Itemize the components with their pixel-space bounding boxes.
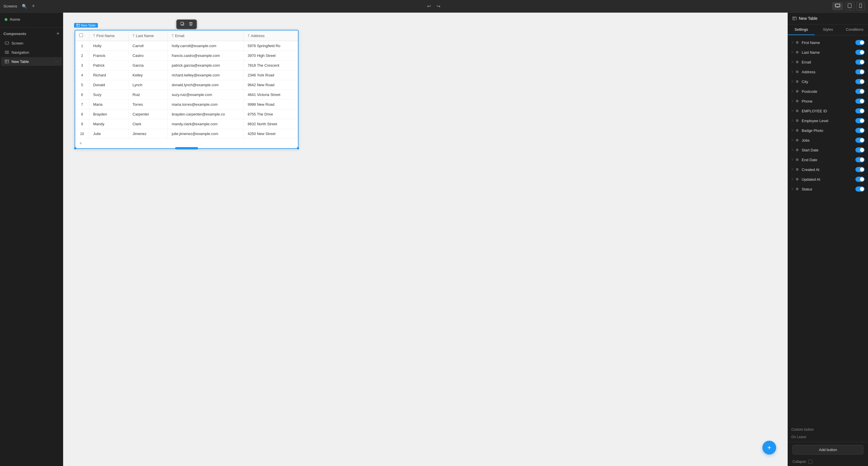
field-row-9[interactable]: ⠿ ⚙ Badge Photo bbox=[788, 125, 868, 135]
drag-handle[interactable]: ⠿ bbox=[792, 149, 794, 152]
new-table-dots[interactable]: ··· bbox=[55, 59, 58, 64]
sidebar-item-navigation[interactable]: Navigation bbox=[1, 48, 62, 57]
add-button-button[interactable]: Add button bbox=[793, 445, 863, 455]
field-row-2[interactable]: ⠿ ⚙ Email bbox=[788, 57, 868, 67]
field-row-5[interactable]: ⠿ ⚙ Postcode bbox=[788, 86, 868, 96]
history-controls: ↩ ↪ bbox=[425, 2, 442, 10]
drag-handle[interactable]: ⠿ bbox=[792, 90, 794, 93]
right-panel-title: New Table bbox=[799, 16, 817, 21]
resize-handle-left[interactable] bbox=[74, 147, 76, 149]
field-row-11[interactable]: ⠿ ⚙ Start Date bbox=[788, 145, 868, 155]
custom-button-label: Custom button bbox=[792, 426, 865, 433]
fab-add-button[interactable]: + bbox=[763, 441, 776, 455]
resize-handle-corner[interactable] bbox=[297, 147, 299, 149]
drag-handle[interactable]: ⠿ bbox=[792, 158, 794, 162]
field-toggle[interactable] bbox=[856, 147, 865, 152]
table-row: 4 Richard Kelley richard.kelley@example.… bbox=[75, 70, 298, 80]
field-gear-icon: ⚙ bbox=[796, 177, 799, 181]
add-screen-button[interactable]: + bbox=[32, 3, 35, 9]
tab-conditions[interactable]: Conditions bbox=[841, 24, 868, 35]
delete-button[interactable] bbox=[187, 21, 195, 28]
field-toggle[interactable] bbox=[856, 69, 865, 75]
field-toggle[interactable] bbox=[856, 167, 865, 172]
drag-handle[interactable]: ⠿ bbox=[792, 41, 794, 44]
home-item[interactable]: /home bbox=[1, 15, 62, 24]
field-toggle[interactable] bbox=[856, 186, 865, 192]
add-row-button[interactable]: + bbox=[75, 139, 298, 148]
field-row-4[interactable]: ⠿ ⚙ City bbox=[788, 77, 868, 86]
field-row-10[interactable]: ⠿ ⚙ Jobs bbox=[788, 135, 868, 145]
custom-section: Custom button On Leave bbox=[788, 425, 868, 442]
row-num-cell: 6 bbox=[75, 90, 89, 100]
field-row-3[interactable]: ⠿ ⚙ Address bbox=[788, 67, 868, 77]
sidebar-item-screen[interactable]: Screen bbox=[1, 39, 62, 48]
cell-first-name: Julie bbox=[89, 129, 128, 139]
field-toggle[interactable] bbox=[856, 59, 865, 65]
select-all-checkbox[interactable] bbox=[79, 33, 83, 37]
redo-button[interactable]: ↪ bbox=[435, 2, 442, 10]
field-row-12[interactable]: ⠿ ⚙ End Date bbox=[788, 155, 868, 165]
drag-handle[interactable]: ⠿ bbox=[792, 51, 794, 54]
field-toggle[interactable] bbox=[856, 79, 865, 84]
drag-handle[interactable]: ⠿ bbox=[792, 129, 794, 132]
sidebar-item-new-table[interactable]: New Table ··· bbox=[1, 57, 62, 66]
field-toggle[interactable] bbox=[856, 89, 865, 94]
table-row: 1 Holly Carroll holly.carroll@example.co… bbox=[75, 41, 298, 51]
field-gear-icon: ⚙ bbox=[796, 89, 799, 93]
field-row-1[interactable]: ⠿ ⚙ Last Name bbox=[788, 48, 868, 57]
canvas-area[interactable]: New Table bbox=[63, 12, 787, 466]
drag-handle[interactable]: ⠿ bbox=[792, 100, 794, 103]
tab-styles[interactable]: Styles bbox=[815, 24, 841, 35]
drag-handle[interactable]: ⠿ bbox=[792, 139, 794, 142]
mobile-view-button[interactable] bbox=[857, 2, 865, 10]
field-gear-icon: ⚙ bbox=[796, 40, 799, 45]
drag-handle[interactable]: ⠿ bbox=[792, 187, 794, 191]
row-num-cell: 4 bbox=[75, 70, 89, 80]
field-row-13[interactable]: ⠿ ⚙ Created At bbox=[788, 165, 868, 174]
field-row-14[interactable]: ⠿ ⚙ Updated At bbox=[788, 174, 868, 184]
field-row-15[interactable]: ⠿ ⚙ Status bbox=[788, 184, 868, 194]
field-toggle[interactable] bbox=[856, 98, 865, 104]
field-toggle[interactable] bbox=[856, 108, 865, 114]
duplicate-button[interactable] bbox=[179, 21, 186, 28]
drag-handle[interactable]: ⠿ bbox=[792, 80, 794, 83]
col-address: TAddress bbox=[243, 30, 298, 41]
field-toggle[interactable] bbox=[856, 157, 865, 162]
svg-rect-13 bbox=[5, 60, 9, 63]
add-component-button[interactable]: + bbox=[56, 31, 59, 36]
row-num-cell: 10 bbox=[75, 129, 89, 139]
cell-last-name: Lynch bbox=[128, 80, 167, 90]
tab-settings[interactable]: Settings bbox=[788, 24, 815, 35]
drag-handle[interactable]: ⠿ bbox=[792, 61, 794, 64]
field-toggle[interactable] bbox=[856, 118, 865, 123]
field-toggle[interactable] bbox=[856, 50, 865, 55]
drag-handle[interactable]: ⠿ bbox=[792, 168, 794, 171]
field-label: Phone bbox=[802, 99, 853, 104]
resize-handle-bottom[interactable] bbox=[175, 147, 198, 149]
field-toggle[interactable] bbox=[856, 40, 865, 45]
field-row-0[interactable]: ⠿ ⚙ First Name bbox=[788, 38, 868, 48]
row-num-cell: 8 bbox=[75, 110, 89, 119]
field-toggle[interactable] bbox=[856, 128, 865, 133]
cell-email: suzy.ruiz@example.com bbox=[167, 90, 243, 100]
cell-last-name: Carpenter bbox=[128, 110, 167, 119]
collapse-checkbox[interactable] bbox=[808, 460, 812, 464]
drag-handle[interactable]: ⠿ bbox=[792, 110, 794, 113]
cell-address: 9998 New Road bbox=[243, 100, 298, 110]
field-row-7[interactable]: ⠿ ⚙ EMPLOYEE ID bbox=[788, 106, 868, 116]
drag-handle[interactable]: ⠿ bbox=[792, 178, 794, 181]
canvas-table-label: New Table bbox=[74, 23, 98, 28]
drag-handle[interactable]: ⠿ bbox=[792, 119, 794, 122]
field-toggle[interactable] bbox=[856, 177, 865, 182]
tablet-view-button[interactable] bbox=[845, 2, 854, 10]
collapse-row[interactable]: Collapse bbox=[788, 457, 868, 466]
cell-email: francis.castro@example.com bbox=[167, 51, 243, 61]
undo-button[interactable]: ↩ bbox=[425, 2, 433, 10]
field-row-6[interactable]: ⠿ ⚙ Phone bbox=[788, 96, 868, 106]
field-row-8[interactable]: ⠿ ⚙ Employee Level bbox=[788, 116, 868, 125]
col-type-icon-3: T bbox=[172, 34, 174, 38]
search-button[interactable]: 🔍 bbox=[22, 4, 27, 9]
field-toggle[interactable] bbox=[856, 138, 865, 143]
desktop-view-button[interactable] bbox=[832, 2, 843, 10]
drag-handle[interactable]: ⠿ bbox=[792, 70, 794, 74]
